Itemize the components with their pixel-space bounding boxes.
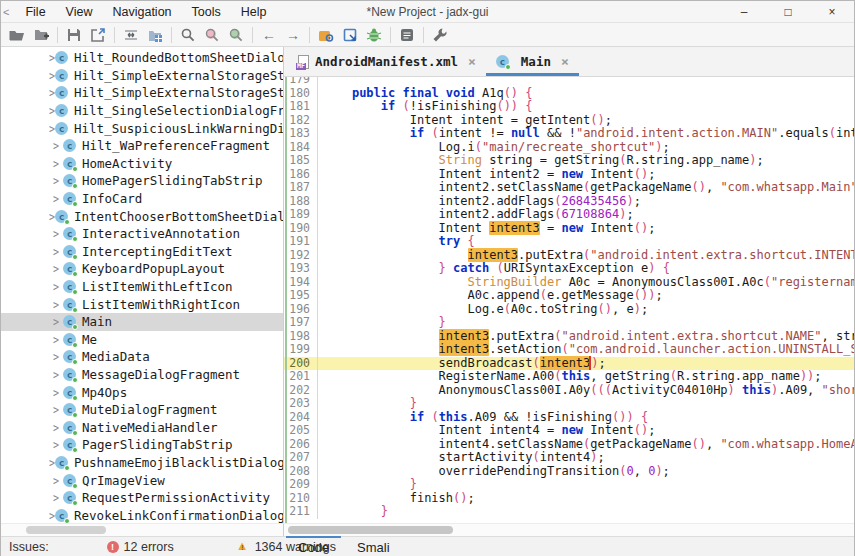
- tree-item-homepagerslidingtabstrip[interactable]: >cHomePagerSlidingTabStrip: [1, 172, 283, 190]
- reload-icon[interactable]: [119, 24, 143, 45]
- chevron-right-icon[interactable]: >: [49, 333, 63, 346]
- code-line-184[interactable]: 184 Log.i("main/recreate_shortcut");: [284, 141, 854, 155]
- code-line-182[interactable]: 182 Intent intent = getIntent();: [284, 114, 854, 128]
- chevron-right-icon[interactable]: >: [49, 245, 63, 258]
- bottom-tab-code[interactable]: Code: [284, 537, 343, 556]
- log-viewer-icon[interactable]: [395, 24, 419, 45]
- code-line-198[interactable]: 198 intent3.putExtra("android.intent.ext…: [284, 330, 854, 344]
- code-line-200[interactable]: 200 sendBroadcast(intent3);: [284, 357, 854, 371]
- code-line-181[interactable]: 181 if (!isFinishing()) {: [284, 100, 854, 114]
- nav-forward-icon[interactable]: →: [281, 24, 305, 45]
- tree-item-homeactivity[interactable]: >cHomeActivity: [1, 155, 283, 173]
- code-line-195[interactable]: 195 A0c.append(e.getMessage());: [284, 289, 854, 303]
- tree-item-hilt_wapreferencefragment[interactable]: >cHilt_WaPreferenceFragment: [1, 137, 283, 155]
- tree-item-hilt_singleselectiondialogfr[interactable]: >cHilt_SingleSelectionDialogFr: [1, 102, 283, 120]
- chevron-right-icon[interactable]: >: [49, 386, 63, 399]
- usage-search-icon[interactable]: [224, 24, 248, 45]
- chevron-right-icon[interactable]: >: [49, 263, 63, 276]
- chevron-right-icon[interactable]: >: [49, 157, 63, 170]
- code-line-196[interactable]: 196 Log.e(A0c.toString(), e);: [284, 303, 854, 317]
- class-search-icon[interactable]: [200, 24, 224, 45]
- tab-androidmanifest.xml[interactable]: MFAndroidManifest.xml×: [288, 47, 486, 76]
- code-editor[interactable]: 179180 public final void A1q() {181 if (…: [284, 77, 854, 523]
- code-line-207[interactable]: 207 startActivity(intent4);: [284, 451, 854, 465]
- add-files-icon[interactable]: [29, 24, 53, 45]
- bottom-tab-smali[interactable]: Smali: [343, 537, 404, 556]
- chevron-right-icon[interactable]: >: [49, 298, 63, 311]
- tree-item-keyboardpopuplayout[interactable]: >cKeyboardPopupLayout: [1, 260, 283, 278]
- maximize-button[interactable]: □: [766, 1, 810, 23]
- chevron-right-icon[interactable]: >: [49, 421, 63, 434]
- chevron-right-icon[interactable]: >: [49, 368, 63, 381]
- code-line-204[interactable]: 204 if (this.A09 && !isFinishing()) {: [284, 411, 854, 425]
- menu-file[interactable]: File: [15, 3, 55, 21]
- menu-view[interactable]: View: [56, 3, 103, 21]
- tree-item-hilt_suspiciouslinkwarningdi[interactable]: >cHilt_SuspiciousLinkWarningDi: [1, 119, 283, 137]
- code-line-193[interactable]: 193 } catch (URISyntaxException e) {: [284, 262, 854, 276]
- tree-item-nativemediahandler[interactable]: >cNativeMediaHandler: [1, 418, 283, 436]
- tree-item-qrimageview[interactable]: >cQrImageView: [1, 471, 283, 489]
- tree-item-intentchooserbottomsheetdial[interactable]: >cIntentChooserBottomSheetDial: [1, 207, 283, 225]
- tab-main[interactable]: cMain×: [486, 47, 579, 76]
- search-icon[interactable]: [176, 24, 200, 45]
- code-line-188[interactable]: 188 intent2.addFlags(268435456);: [284, 195, 854, 209]
- chevron-right-icon[interactable]: >: [49, 280, 63, 293]
- chevron-right-icon[interactable]: >: [49, 139, 63, 152]
- code-line-205[interactable]: 205 Intent intent4 = new Intent();: [284, 424, 854, 438]
- tree-item-interactiveannotation[interactable]: >cInteractiveAnnotation: [1, 225, 283, 243]
- debug-icon[interactable]: [362, 24, 386, 45]
- tree-scrollbar-thumb[interactable]: [26, 526, 106, 534]
- code-line-186[interactable]: 186 Intent intent2 = new Intent();: [284, 168, 854, 182]
- flat-packages-icon[interactable]: [143, 24, 167, 45]
- code-line-201[interactable]: 201 RegisterName.A00(this, getString(R.s…: [284, 370, 854, 384]
- code-line-185[interactable]: 185 String string = getString(R.string.a…: [284, 154, 854, 168]
- code-line-192[interactable]: 192 intent3.putExtra("android.intent.ext…: [284, 249, 854, 263]
- tree-item-mutedialogfragment[interactable]: >cMuteDialogFragment: [1, 401, 283, 419]
- chevron-right-icon[interactable]: >: [49, 315, 63, 328]
- menu-tools[interactable]: Tools: [182, 3, 231, 21]
- code-line-206[interactable]: 206 intent4.setClassName(getPackageName(…: [284, 438, 854, 452]
- close-icon[interactable]: ×: [468, 54, 476, 69]
- tree-item-mp4ops[interactable]: >cMp4Ops: [1, 383, 283, 401]
- tree-item-me[interactable]: >cMe: [1, 331, 283, 349]
- chevron-left-icon[interactable]: <: [1, 6, 15, 18]
- editor-horizontal-scrollbar[interactable]: [284, 524, 854, 536]
- chevron-right-icon[interactable]: >: [49, 474, 63, 487]
- minimize-button[interactable]: –: [722, 1, 766, 23]
- code-line-189[interactable]: 189 intent2.addFlags(67108864);: [284, 208, 854, 222]
- code-line-209[interactable]: 209 }: [284, 478, 854, 492]
- code-line-211[interactable]: 211 }: [284, 505, 854, 519]
- export-icon[interactable]: [86, 24, 110, 45]
- code-line-194[interactable]: 194 StringBuilder A0c = AnonymousClass00…: [284, 276, 854, 290]
- code-line-190[interactable]: 190 Intent intent3 = new Intent();: [284, 222, 854, 236]
- tree-item-pagerslidingtabstrip[interactable]: >cPagerSlidingTabStrip: [1, 436, 283, 454]
- code-line-202[interactable]: 202 AnonymousClass00I.A0y(((ActivityC040…: [284, 384, 854, 398]
- tree-item-revokelinkconfirmationdialog[interactable]: >cRevokeLinkConfirmationDialog: [1, 506, 283, 523]
- tree-item-interceptingedittext[interactable]: >cInterceptingEditText: [1, 243, 283, 261]
- nav-back-icon[interactable]: ←: [257, 24, 281, 45]
- code-line-191[interactable]: 191 try {: [284, 235, 854, 249]
- tree-item-hilt_roundedbottomsheetdialo[interactable]: >cHilt_RoundedBottomSheetDialo: [1, 49, 283, 67]
- close-button[interactable]: ×: [810, 1, 854, 23]
- chevron-right-icon[interactable]: >: [49, 227, 63, 240]
- code-line-183[interactable]: 183 if (intent != null && !"android.inte…: [284, 127, 854, 141]
- tree-item-hilt_simpleexternalstoragest[interactable]: >cHilt_SimpleExternalStorageSt: [1, 84, 283, 102]
- close-icon[interactable]: ×: [561, 54, 569, 69]
- chevron-right-icon[interactable]: >: [49, 175, 63, 188]
- chevron-right-icon[interactable]: >: [49, 491, 63, 504]
- tree-item-main[interactable]: >cMain: [1, 313, 283, 331]
- tree-horizontal-scrollbar[interactable]: [1, 524, 284, 536]
- tree-item-pushnameemojiblacklistdialog[interactable]: >cPushnameEmojiBlacklistDialog: [1, 454, 283, 472]
- quark-report-icon[interactable]: [338, 24, 362, 45]
- code-line-187[interactable]: 187 intent2.setClassName(getPackageName(…: [284, 181, 854, 195]
- code-line-210[interactable]: 210 finish();: [284, 492, 854, 506]
- deobfuscation-icon[interactable]: [314, 24, 338, 45]
- tree-item-requestpermissionactivity[interactable]: >cRequestPermissionActivity: [1, 489, 283, 507]
- menu-navigation[interactable]: Navigation: [102, 3, 181, 21]
- menu-help[interactable]: Help: [231, 3, 277, 21]
- editor-scrollbar-thumb[interactable]: [288, 526, 453, 534]
- code-line-180[interactable]: 180 public final void A1q() {: [284, 87, 854, 101]
- code-line-199[interactable]: 199 intent3.setAction("com.android.launc…: [284, 343, 854, 357]
- code-line-208[interactable]: 208 overridePendingTransition(0, 0);: [284, 465, 854, 479]
- tree-item-listitemwithrighticon[interactable]: >cListItemWithRightIcon: [1, 295, 283, 313]
